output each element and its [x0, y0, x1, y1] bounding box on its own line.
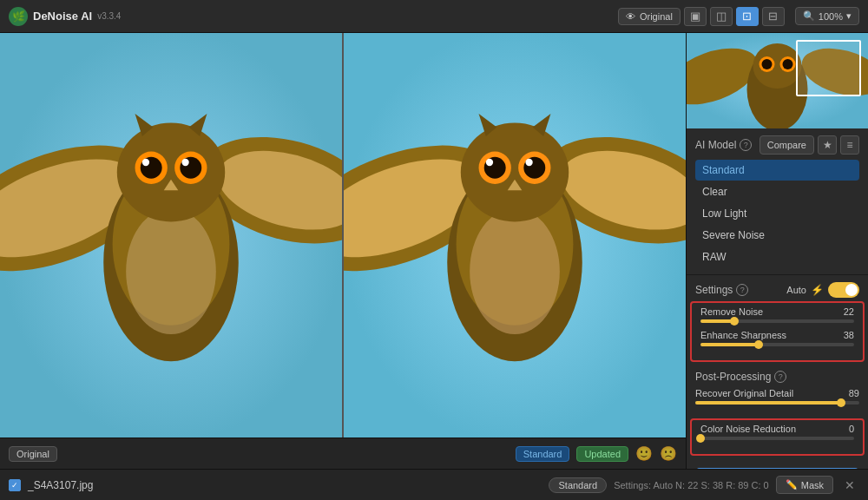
zoom-control[interactable]: 🔍 100% ▾ — [795, 7, 859, 25]
recover-detail-row: Recover Original Detail 89 — [695, 388, 859, 398]
recover-detail-label: Recover Original Detail — [695, 388, 793, 398]
recover-detail-group: Recover Original Detail 89 — [695, 388, 859, 405]
processed-panel — [342, 33, 686, 438]
thumbnail-selector[interactable] — [796, 40, 861, 96]
color-noise-section: Color Noise Reduction 0 — [690, 418, 865, 456]
original-panel — [0, 33, 342, 438]
color-noise-label: Color Noise Reduction — [700, 424, 796, 434]
model-item-clear[interactable]: Clear — [695, 181, 859, 202]
menu-button[interactable]: ≡ — [840, 135, 859, 155]
auto-label: Auto — [786, 285, 806, 295]
model-item-low-light[interactable]: Low Light — [695, 203, 859, 224]
recover-detail-track[interactable] — [695, 401, 859, 405]
ai-model-label: AI Model — [695, 139, 736, 151]
auto-toggle: Auto ⚡ — [786, 282, 859, 298]
view-compare-button[interactable]: ⊟ — [762, 7, 785, 26]
ai-model-section: AI Model ? Compare ★ ≡ Standard Clear Lo… — [687, 128, 868, 275]
logo-icon: 🌿 — [9, 7, 28, 26]
mask-label: Mask — [801, 480, 824, 490]
settings-info-text: Settings: Auto N: 22 S: 38 R: 89 C: 0 — [614, 480, 769, 490]
original-label: Original — [640, 11, 673, 22]
bottom-bar: ✓ _S4A3107.jpg Standard Settings: Auto N… — [0, 469, 868, 500]
post-processing-info-icon[interactable]: ? — [774, 371, 786, 383]
original-toggle-button[interactable]: 👁 Original — [618, 8, 681, 25]
mask-button[interactable]: ✏️ Mask — [776, 476, 833, 494]
updated-badge: Updated — [576, 446, 628, 462]
star-button[interactable]: ★ — [818, 135, 837, 155]
settings-header: Settings ? Auto ⚡ — [687, 275, 868, 301]
view-split-v-button[interactable]: ⊡ — [736, 7, 759, 26]
post-processing-header: Post-Processing ? — [695, 371, 859, 383]
standard-tag-button[interactable]: Standard — [549, 477, 607, 493]
settings-title: Settings ? — [695, 284, 748, 296]
recover-detail-fill — [695, 401, 841, 405]
color-noise-group: Color Noise Reduction 0 — [700, 424, 854, 440]
ai-model-header: AI Model ? Compare ★ ≡ — [695, 135, 859, 155]
post-processing-section: Post-Processing ? Recover Original Detai… — [687, 367, 868, 418]
remove-noise-group: Remove Noise 22 — [700, 306, 854, 323]
view-split-h-button[interactable]: ◫ — [710, 7, 733, 26]
model-item-raw[interactable]: RAW — [695, 247, 859, 267]
recover-detail-value: 89 — [838, 388, 859, 398]
enhance-sharpness-track[interactable] — [700, 343, 854, 346]
remove-noise-thumb — [730, 317, 739, 326]
color-noise-row: Color Noise Reduction 0 — [700, 424, 854, 434]
enhance-sharpness-row: Enhance Sharpness 38 — [700, 330, 854, 340]
compare-button[interactable]: Compare — [760, 135, 814, 155]
topbar: 🌿 DeNoise AI v3.3.4 👁 Original ▣ ◫ ⊡ ⊟ 🔍… — [0, 0, 868, 33]
recover-detail-thumb — [837, 398, 845, 407]
svg-point-26 — [470, 208, 560, 334]
main-content: Original Standard Updated 🙂 🙁 — [0, 33, 868, 469]
enhance-sharpness-thumb — [754, 340, 763, 349]
file-checkbox[interactable]: ✓ — [9, 479, 21, 491]
svg-point-15 — [181, 159, 188, 166]
post-processing-label: Post-Processing — [695, 371, 771, 383]
enhance-sharpness-fill — [700, 343, 759, 346]
thumbs-down-button[interactable]: 🙁 — [660, 445, 677, 462]
eye-icon: 👁 — [626, 11, 635, 22]
original-image — [0, 33, 342, 438]
image-area: Original Standard Updated 🙂 🙁 — [0, 33, 686, 469]
remove-noise-row: Remove Noise 22 — [700, 306, 854, 317]
remove-noise-track[interactable] — [700, 319, 854, 323]
enhance-sharpness-value: 38 — [833, 330, 854, 340]
app-name: DeNoise AI — [33, 10, 92, 23]
remove-noise-label: Remove Noise — [700, 306, 763, 317]
model-item-standard[interactable]: Standard — [695, 160, 859, 181]
app-version: v3.3.4 — [97, 11, 121, 21]
auto-toggle-switch[interactable] — [828, 282, 859, 298]
color-noise-thumb — [696, 434, 705, 443]
svg-point-14 — [142, 159, 149, 166]
zoom-value: 100% — [819, 11, 843, 22]
toggle-knob — [845, 284, 858, 296]
ai-model-title: AI Model ? — [695, 139, 752, 151]
color-noise-value: 0 — [833, 424, 854, 434]
thumbnail-area — [687, 33, 868, 128]
settings-label: Settings — [695, 284, 733, 296]
standard-badge: Standard — [516, 446, 570, 462]
thumbs-up-button[interactable]: 🙂 — [635, 445, 653, 462]
filename: _S4A3107.jpg — [28, 479, 93, 491]
app-logo: 🌿 DeNoise AI v3.3.4 — [9, 7, 121, 26]
original-badge: Original — [9, 446, 57, 462]
svg-point-27 — [461, 122, 569, 221]
view-single-button[interactable]: ▣ — [684, 7, 707, 26]
zoom-icon: 🔍 — [803, 10, 815, 22]
sidebar: AI Model ? Compare ★ ≡ Standard Clear Lo… — [686, 33, 868, 469]
color-noise-track[interactable] — [700, 437, 854, 440]
model-item-severe-noise[interactable]: Severe Noise — [695, 225, 859, 246]
image-panels — [0, 33, 686, 438]
remove-noise-value: 22 — [833, 306, 854, 317]
svg-point-9 — [117, 122, 225, 221]
lightning-icon: ⚡ — [811, 284, 824, 296]
enhance-sharpness-label: Enhance Sharpness — [700, 330, 786, 340]
settings-info-icon[interactable]: ? — [736, 284, 748, 296]
image-bottom-bar: Original Standard Updated 🙂 🙁 — [0, 438, 686, 469]
mask-icon: ✏️ — [786, 479, 798, 490]
svg-point-33 — [525, 159, 532, 166]
close-button[interactable]: ✕ — [840, 476, 859, 495]
zoom-chevron: ▾ — [846, 10, 852, 22]
view-controls: 👁 Original ▣ ◫ ⊡ ⊟ 🔍 100% ▾ — [618, 7, 859, 26]
svg-point-44 — [762, 59, 773, 69]
ai-model-info-icon[interactable]: ? — [740, 139, 752, 151]
